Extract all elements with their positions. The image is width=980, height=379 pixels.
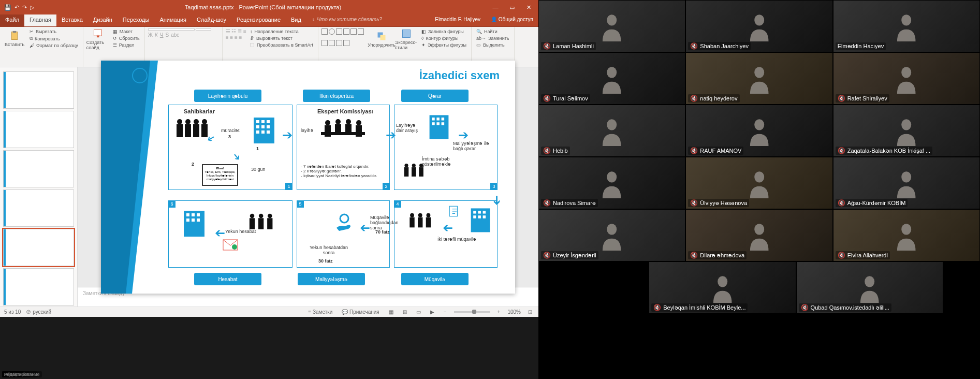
participant-label: 🔇Tural Səlimov xyxy=(541,94,590,103)
notes-toggle[interactable]: ≡ Заметки xyxy=(306,309,334,315)
participant-name: Elvira Allahverdi xyxy=(847,252,888,258)
text-direction-button[interactable]: ↕ Направление текста xyxy=(248,28,315,35)
quick-styles-button[interactable]: Экспресс-стили xyxy=(395,28,418,50)
tab-insert[interactable]: Вставка xyxy=(56,14,88,26)
undo-icon[interactable]: ↶ xyxy=(14,4,19,11)
slide-canvas[interactable]: İzahedici sxem Layihənin qəbulu İlkin ek… xyxy=(78,67,538,287)
svg-rect-25 xyxy=(261,130,265,134)
zoom-level[interactable]: 100% xyxy=(507,309,521,315)
window-controls: — ▭ ✕ xyxy=(488,1,538,13)
participant-tile[interactable]: 🔇Tural Səlimov xyxy=(538,52,685,105)
participant-tile[interactable]: 🔇Laman Hashimli xyxy=(538,0,685,52)
thumbnail-3[interactable] xyxy=(3,150,74,187)
tab-slideshow[interactable]: Слайд-шоу xyxy=(192,14,231,26)
label-muraciet: müraciət xyxy=(221,128,240,133)
tab-animations[interactable]: Анимация xyxy=(154,14,192,26)
arrow-icon: ➔ xyxy=(282,128,292,142)
view-slideshow-button[interactable]: ▶ xyxy=(428,309,436,315)
thumbnail-5[interactable] xyxy=(3,229,74,266)
font-family-select[interactable] xyxy=(148,28,195,31)
minimize-button[interactable]: — xyxy=(488,1,503,13)
find-button[interactable]: 🔍 Найти xyxy=(475,28,510,35)
shape-outline-button[interactable]: ◊ Контур фигуры xyxy=(420,35,468,41)
paste-button[interactable]: Вставить xyxy=(3,28,26,49)
title-bar: 💾 ↶ ↷ ▷ Taqdimat asas.pptx - PowerPoint … xyxy=(0,0,538,14)
redo-icon[interactable]: ↷ xyxy=(22,4,27,11)
copy-button[interactable]: ⧉ Копировать xyxy=(28,35,80,42)
new-slide-button[interactable]: ✱ Создать слайд xyxy=(86,28,109,50)
shape-fill-button[interactable]: ◧ Заливка фигуры xyxy=(420,28,468,35)
slide-thumbnails[interactable] xyxy=(0,67,78,307)
participant-tile[interactable]: 🔇natiq heyderov xyxy=(685,52,832,105)
tab-review[interactable]: Рецензирование xyxy=(231,14,286,26)
participant-tile[interactable]: 🔇Üzeyir İsgəndərli xyxy=(538,209,685,261)
participant-label: 🔇Qubad Qasımov.istedadlı əlill... xyxy=(799,303,891,312)
font-size-select[interactable] xyxy=(196,28,211,31)
participant-tile[interactable]: 🔇RAUF AMANOV xyxy=(685,105,832,157)
format-painter-button[interactable]: 🖌 Формат по образцу xyxy=(28,42,80,49)
participant-name: Dilarə əhmədova xyxy=(700,252,744,259)
slide-counter: 5 из 10 xyxy=(4,309,21,315)
thumbnail-4[interactable] xyxy=(3,190,74,227)
fit-button[interactable]: ⊡ xyxy=(526,309,534,315)
underline-button[interactable]: Ч xyxy=(160,32,164,38)
arrange-button[interactable]: Упорядочить xyxy=(370,28,393,50)
language-indicator[interactable]: ℗ русский xyxy=(26,309,51,315)
shadow-button[interactable]: abc xyxy=(171,32,179,38)
workspace: İzahedici sxem Layihənin qəbulu İlkin ek… xyxy=(0,67,538,307)
layout-button[interactable]: ▦ Макет xyxy=(111,28,141,35)
participant-tile[interactable]: 🔇Hebib xyxy=(538,105,685,157)
replace-button[interactable]: ab→ Заменить xyxy=(475,35,510,41)
participant-tile[interactable]: 🔇Rafet Shiraliyev xyxy=(833,52,980,105)
thumbnail-1[interactable] xyxy=(3,71,74,109)
reset-button[interactable]: ↺ Сбросить xyxy=(111,35,141,41)
cut-button[interactable]: ✂ Вырезать xyxy=(28,28,80,35)
thumbnail-2[interactable] xyxy=(3,111,74,148)
participant-tile[interactable]: 🔇Elvira Allahverdi xyxy=(833,209,980,261)
comments-toggle[interactable]: 💬 Примечания xyxy=(340,309,382,315)
select-button[interactable]: ▭ Выделить xyxy=(475,42,510,48)
tell-me-input[interactable]: ♀ Что вы хотите сделать? xyxy=(306,14,387,26)
view-normal-button[interactable]: ▦ xyxy=(387,309,396,315)
tab-view[interactable]: Вид xyxy=(286,14,306,26)
save-icon[interactable]: 💾 xyxy=(4,4,11,11)
view-sorter-button[interactable]: ⊞ xyxy=(401,309,409,315)
tab-design[interactable]: Дизайн xyxy=(88,14,118,26)
svg-point-28 xyxy=(325,120,330,125)
slideshow-icon[interactable]: ▷ xyxy=(30,4,34,11)
participant-tile[interactable]: 🔇Ağsu-Kürdəmir KOBİM xyxy=(833,157,980,209)
strike-button[interactable]: S xyxy=(166,32,169,38)
people-icon-4 xyxy=(246,211,277,237)
section-button[interactable]: ☰ Раздел xyxy=(111,42,141,48)
tab-transitions[interactable]: Переходы xyxy=(118,14,155,26)
smartart-button[interactable]: ⬚ Преобразовать в SmartArt xyxy=(248,42,315,48)
close-button[interactable]: ✕ xyxy=(521,1,536,13)
zoom-slider[interactable] xyxy=(454,311,490,313)
share-button[interactable]: 👤 Общий доступ xyxy=(486,14,538,26)
participant-tile[interactable]: 🔇Qubad Qasımov.istedadlı əlill... xyxy=(796,261,943,314)
bold-button[interactable]: Ж xyxy=(148,32,153,38)
align-text-button[interactable]: ⇵ Выровнять текст xyxy=(248,35,315,41)
participant-name: Üzeyir İsgəndərli xyxy=(553,252,596,259)
maximize-button[interactable]: ▭ xyxy=(504,1,520,13)
participant-tile[interactable]: Elməddin Hacıyev xyxy=(833,0,980,52)
participant-name: Tural Səlimov xyxy=(553,95,588,102)
tab-file[interactable]: Файл xyxy=(0,14,24,26)
participant-tile[interactable]: 🔇Nadirova Simarə xyxy=(538,157,685,209)
zoom-out-button[interactable]: − xyxy=(442,309,449,315)
participant-tile[interactable]: 🔇Ülviyyə Həsənova xyxy=(685,157,832,209)
participant-tile[interactable]: 🔇Zaqatala-Balakən KOB İnkişaf ... xyxy=(833,105,980,157)
svg-rect-31 xyxy=(335,124,341,135)
italic-button[interactable]: К xyxy=(155,32,158,38)
view-reading-button[interactable]: ▭ xyxy=(414,309,423,315)
participant-tile[interactable]: 🔇Dilarə əhmədova xyxy=(685,209,832,261)
signed-in-user: Elmaddin F. Hajiyev xyxy=(430,14,486,26)
tab-home[interactable]: Главная xyxy=(24,14,56,26)
zoom-in-button[interactable]: + xyxy=(495,309,503,315)
participant-tile[interactable]: 🔇Shaban Jaarchiyev xyxy=(685,0,832,52)
shape-effects-button[interactable]: ✦ Эффекты фигуры xyxy=(420,42,468,48)
participant-tile[interactable]: 🔇Beyləqan İmishli KOBİM Beyle... xyxy=(649,261,796,314)
shapes-gallery[interactable] xyxy=(321,28,368,50)
thumbnail-6[interactable] xyxy=(3,268,74,305)
svg-rect-39 xyxy=(442,118,445,121)
